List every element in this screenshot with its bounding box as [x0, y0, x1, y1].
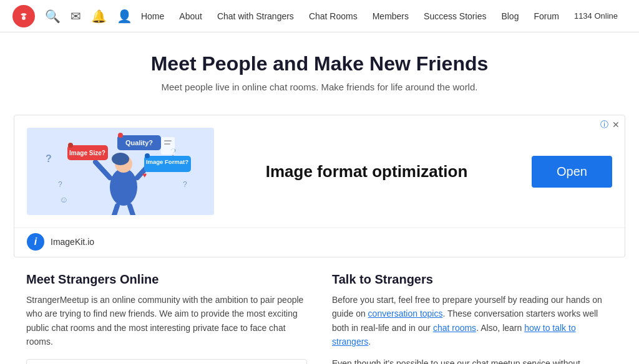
svg-text:Image Format?: Image Format?: [146, 158, 188, 165]
svg-text:Image Size?: Image Size?: [69, 150, 105, 156]
online-count: 1134 Online: [574, 11, 618, 21]
nav-chat-rooms[interactable]: Chat Rooms: [309, 11, 358, 21]
header-left: 🔍 ✉ 🔔 👤: [12, 5, 132, 27]
meet-strangers-title: Meet Strangers Online: [26, 272, 307, 287]
hero-title: Meet People and Make New Friends: [12, 52, 627, 75]
conversation-topics-link[interactable]: conversation topics: [368, 309, 443, 318]
meet-strangers-text: StrangerMeetup is an online community wi…: [26, 293, 307, 349]
main-nav: Home About Chat with Strangers Chat Room…: [132, 11, 627, 21]
svg-text:♥: ♥: [142, 171, 147, 180]
nav-forum[interactable]: Forum: [534, 11, 559, 21]
nav-blog[interactable]: Blog: [501, 11, 519, 21]
ad-banner: ⓘ ✕ ? ? ? ? ☺: [14, 115, 625, 257]
ad-text-area: Image format optimization: [233, 162, 500, 181]
svg-point-20: [68, 143, 73, 148]
svg-rect-26: [164, 143, 170, 145]
bell-icon[interactable]: 🔔: [91, 9, 107, 24]
ad-headline: Image format optimization: [266, 162, 468, 181]
nav-members[interactable]: Members: [373, 11, 409, 21]
hero-subtitle: Meet people live in online chat rooms. M…: [12, 82, 627, 92]
svg-text:?: ?: [183, 180, 187, 189]
user-icon[interactable]: 👤: [117, 9, 132, 24]
chat-rooms-link[interactable]: chat rooms: [433, 323, 476, 333]
talk-text-after-link2: . Also, learn: [476, 323, 524, 333]
mail-icon[interactable]: ✉: [71, 9, 81, 24]
search-icon[interactable]: 🔍: [45, 9, 61, 24]
svg-text:☺: ☺: [59, 194, 68, 204]
ad-footer: i ImageKit.io: [14, 228, 625, 257]
ad-controls: ⓘ ✕: [600, 119, 620, 130]
svg-point-10: [112, 153, 129, 165]
talk-text-after-link3: .: [368, 337, 371, 347]
ad-illustration-area: ? ? ? ? ☺ Quality?: [27, 128, 214, 215]
ad-content-area: ? ? ? ? ☺ Quality?: [14, 115, 625, 228]
svg-text:Quality?: Quality?: [125, 139, 153, 146]
content-left: Meet Strangers Online StrangerMeetup is …: [26, 272, 307, 364]
talk-strangers-text-1: Before you start, feel free to prepare y…: [332, 293, 613, 349]
ad-info-icon[interactable]: ⓘ: [600, 119, 608, 130]
talk-strangers-text-2: Even though it's possible to use our cha…: [332, 357, 613, 364]
svg-point-1: [22, 16, 26, 20]
nav-success-stories[interactable]: Success Stories: [424, 11, 486, 21]
svg-text:?: ?: [58, 180, 62, 189]
ad-close-button[interactable]: ✕: [612, 120, 620, 129]
ad-open-button[interactable]: Open: [532, 156, 612, 188]
svg-text:?: ?: [46, 153, 52, 164]
main-header: 🔍 ✉ 🔔 👤 Home About Chat with Strangers C…: [0, 0, 639, 32]
svg-point-17: [118, 133, 123, 138]
svg-point-8: [110, 168, 137, 206]
second-ad-banner: Katalon ⓘ ✕: [26, 359, 307, 364]
ad-brand-logo: i: [27, 233, 44, 251]
talk-strangers-title: Talk to Strangers: [332, 272, 613, 287]
nav-chat-with-strangers[interactable]: Chat with Strangers: [217, 11, 294, 21]
svg-rect-25: [164, 140, 172, 141]
nav-about[interactable]: About: [179, 11, 202, 21]
svg-point-23: [145, 153, 150, 158]
logo[interactable]: [12, 5, 35, 27]
svg-line-13: [114, 206, 117, 215]
ad-brand-name: ImageKit.io: [51, 237, 94, 247]
svg-rect-24: [161, 137, 175, 155]
nav-home[interactable]: Home: [141, 11, 164, 21]
content-section: Meet Strangers Online StrangerMeetup is …: [14, 272, 625, 364]
svg-line-14: [130, 206, 133, 215]
content-right: Talk to Strangers Before you start, feel…: [332, 272, 613, 364]
hero-section: Meet People and Make New Friends Meet pe…: [0, 32, 639, 105]
